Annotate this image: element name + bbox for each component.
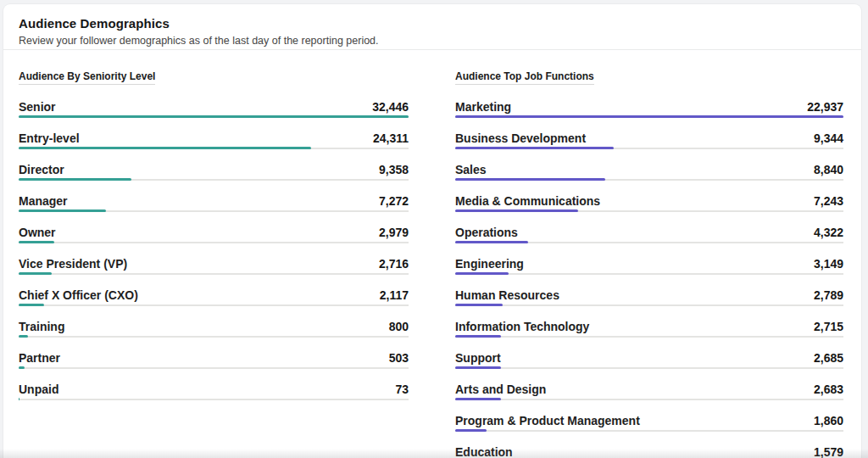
bar-row: Sales8,840 xyxy=(455,162,843,181)
bar-value: 7,243 xyxy=(814,193,843,209)
bar-row: Vice President (VP)2,716 xyxy=(19,256,409,275)
bar-label: Information Technology xyxy=(455,319,589,334)
bar-row: Manager7,272 xyxy=(19,193,409,212)
bar-label: Entry-level xyxy=(19,131,80,146)
bar-row: Engineering3,149 xyxy=(455,256,843,275)
bar-fill xyxy=(19,398,19,400)
bar-track xyxy=(455,335,843,338)
bar-value: 9,358 xyxy=(379,162,409,177)
bar-label: Training xyxy=(19,319,64,334)
bar-value: 2,789 xyxy=(814,288,843,303)
job-functions-section: Audience Top Job Functions Marketing22,9… xyxy=(455,68,843,458)
bar-fill xyxy=(455,241,528,243)
bar-row-header: Marketing22,937 xyxy=(455,99,843,114)
bar-row-header: Vice President (VP)2,716 xyxy=(19,256,409,271)
bar-row-header: Arts and Design2,683 xyxy=(455,382,843,397)
bar-row-header: Partner503 xyxy=(19,350,409,366)
bar-label: Senior xyxy=(19,99,56,114)
bar-row: Business Development9,344 xyxy=(455,131,843,149)
bar-label: Program & Product Management xyxy=(455,413,640,428)
bar-row: Support2,685 xyxy=(455,350,843,369)
bar-row-header: Operations4,322 xyxy=(455,225,843,240)
bar-value: 32,446 xyxy=(372,99,409,114)
bar-value: 503 xyxy=(389,350,409,366)
bar-row-header: Education1,579 xyxy=(455,444,843,458)
bar-fill xyxy=(19,147,311,149)
bar-fill xyxy=(455,398,501,400)
bar-fill xyxy=(19,335,28,338)
bar-row-header: Information Technology2,715 xyxy=(455,319,843,334)
page-subtitle: Review your follower demographics as of … xyxy=(19,34,846,47)
bar-row: Unpaid73 xyxy=(19,382,409,400)
bar-row-header: Media & Communications7,243 xyxy=(455,193,843,209)
bar-track xyxy=(19,366,409,369)
bar-row: Senior32,446 xyxy=(19,99,409,118)
bar-label: Owner xyxy=(19,225,56,240)
bar-track xyxy=(455,115,843,118)
bar-fill xyxy=(19,241,54,243)
bar-track xyxy=(19,241,409,243)
bar-value: 1,860 xyxy=(814,413,843,428)
bar-row-header: Sales8,840 xyxy=(455,162,843,177)
bar-fill xyxy=(455,272,509,275)
bar-track xyxy=(455,241,843,243)
bar-row-header: Manager7,272 xyxy=(19,193,409,209)
bar-row: Training800 xyxy=(19,319,409,338)
bar-track xyxy=(455,209,843,212)
bar-fill xyxy=(19,115,409,118)
bar-fill xyxy=(19,178,131,181)
bar-track xyxy=(455,178,843,181)
bar-label: Chief X Officer (CXO) xyxy=(19,288,138,303)
bar-track xyxy=(455,366,843,369)
bar-row-header: Owner2,979 xyxy=(19,225,409,240)
bar-fill xyxy=(455,115,843,118)
bar-row-header: Entry-level24,311 xyxy=(19,131,409,146)
bar-row-header: Chief X Officer (CXO)2,117 xyxy=(19,288,409,303)
bar-fill xyxy=(19,366,25,369)
bar-track xyxy=(19,209,409,212)
bar-track xyxy=(19,398,409,400)
bar-row: Partner503 xyxy=(19,350,409,369)
bar-fill xyxy=(455,335,501,338)
bar-row-header: Engineering3,149 xyxy=(455,256,843,271)
section-title-job-functions[interactable]: Audience Top Job Functions xyxy=(455,70,594,85)
bar-row-header: Senior32,446 xyxy=(19,99,409,114)
bar-row-header: Business Development9,344 xyxy=(455,131,843,146)
bar-row: Owner2,979 xyxy=(19,225,409,243)
bar-label: Unpaid xyxy=(19,382,58,397)
audience-demographics-card: Audience Demographics Review your follow… xyxy=(3,4,861,458)
bar-value: 22,937 xyxy=(807,99,843,114)
page-title: Audience Demographics xyxy=(19,15,846,31)
bar-fill xyxy=(19,209,106,212)
seniority-level-section: Audience By Seniority Level Senior32,446… xyxy=(19,68,409,458)
bar-track xyxy=(19,272,409,275)
bar-row-header: Director9,358 xyxy=(19,162,409,177)
bar-value: 2,117 xyxy=(380,288,409,303)
bar-label: Vice President (VP) xyxy=(19,256,127,271)
bar-fill xyxy=(455,178,605,181)
bar-track xyxy=(19,335,409,338)
bar-label: Sales xyxy=(455,162,487,177)
bar-row: Human Resources2,789 xyxy=(455,288,843,306)
seniority-level-rows: Senior32,446Entry-level24,311Director9,3… xyxy=(19,99,409,400)
bar-value: 7,272 xyxy=(379,193,409,209)
bar-value: 2,979 xyxy=(379,225,409,240)
bar-track xyxy=(19,115,409,118)
bar-value: 2,685 xyxy=(814,350,843,366)
bar-track xyxy=(455,304,843,306)
bar-label: Human Resources xyxy=(455,288,559,303)
bar-label: Director xyxy=(19,162,64,177)
bar-value: 8,840 xyxy=(814,162,843,177)
bar-label: Support xyxy=(455,350,501,366)
bar-label: Media & Communications xyxy=(455,193,600,209)
bar-fill xyxy=(455,147,614,149)
bar-row-header: Human Resources2,789 xyxy=(455,288,843,303)
columns-container: Audience By Seniority Level Senior32,446… xyxy=(3,50,861,458)
section-title-seniority[interactable]: Audience By Seniority Level xyxy=(19,70,155,85)
bar-row: Program & Product Management1,860 xyxy=(455,413,843,432)
bar-row: Chief X Officer (CXO)2,117 xyxy=(19,288,409,306)
bar-label: Marketing xyxy=(455,99,511,114)
bar-row-header: Training800 xyxy=(19,319,409,334)
bar-value: 4,322 xyxy=(814,225,843,240)
bar-fill xyxy=(455,429,487,432)
